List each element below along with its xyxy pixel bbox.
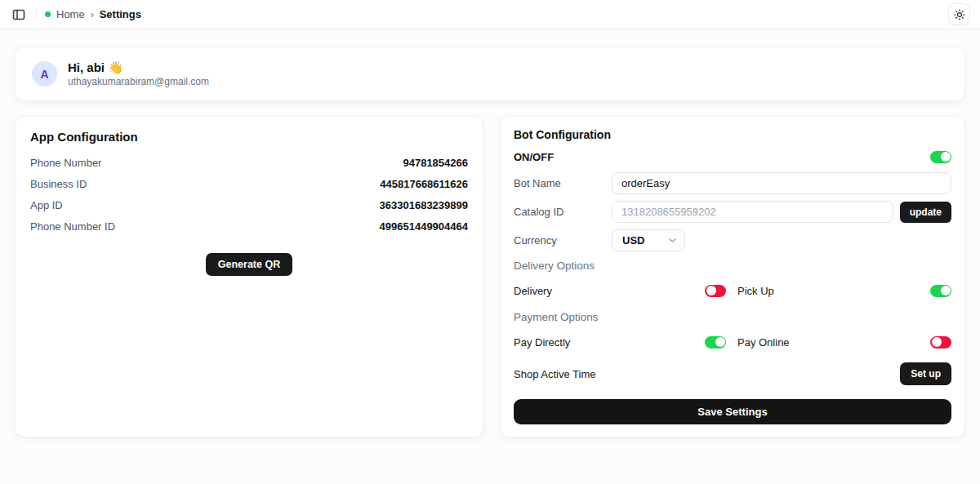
app-config-title: App Configuration	[30, 130, 468, 144]
catalog-id-label: Catalog ID	[514, 206, 612, 218]
delivery-toggle[interactable]	[705, 285, 726, 297]
breadcrumb: Home › Settings	[45, 8, 141, 20]
save-settings-button[interactable]: Save Settings	[514, 399, 951, 424]
avatar: A	[32, 61, 57, 87]
shop-active-time-setup-button[interactable]: Set up	[900, 362, 951, 385]
sidebar-toggle-icon[interactable]	[10, 6, 28, 24]
toggle-knob	[932, 337, 942, 347]
bot-name-label: Bot Name	[514, 177, 612, 189]
pay-online-toggle[interactable]	[930, 336, 951, 349]
catalog-id-row: Catalog ID update	[514, 201, 951, 223]
toggle-knob	[941, 286, 951, 295]
currency-label: Currency	[514, 234, 612, 246]
currency-value: USD	[622, 234, 668, 246]
currency-select[interactable]: USD	[612, 229, 685, 251]
field-label: Business ID	[30, 178, 87, 190]
currency-row: Currency USD	[514, 229, 951, 251]
greeting-title: Hi, abi 👋	[68, 60, 209, 75]
bot-config-title: Bot Configuration	[514, 128, 951, 141]
field-row-business-id: Business ID 445817668611626	[30, 173, 468, 194]
greeting-card: A Hi, abi 👋 uthayakumarabiram@gmail.com	[15, 47, 965, 101]
toggle-knob	[941, 152, 951, 162]
breadcrumb-current: Settings	[100, 8, 141, 20]
catalog-id-input[interactable]	[612, 201, 893, 223]
delivery-label: Delivery	[514, 285, 705, 297]
breadcrumb-separator-icon: ›	[91, 9, 94, 20]
onoff-row: ON/OFF	[514, 148, 951, 166]
pay-directly-toggle[interactable]	[705, 336, 726, 349]
sun-icon	[954, 9, 965, 20]
topbar-divider	[36, 8, 37, 21]
field-row-app-id: App ID 363301683239899	[30, 194, 468, 215]
status-dot-icon	[45, 11, 51, 17]
bot-configuration-card: Bot Configuration ON/OFF Bot Name Catalo…	[500, 116, 965, 437]
field-value: 445817668611626	[380, 178, 468, 190]
pickup-toggle[interactable]	[930, 285, 951, 297]
main-content: A Hi, abi 👋 uthayakumarabiram@gmail.com …	[0, 29, 980, 455]
shop-active-time-label: Shop Active Time	[514, 368, 705, 380]
delivery-options-heading: Delivery Options	[514, 260, 951, 272]
breadcrumb-home[interactable]: Home	[56, 8, 85, 20]
payment-options-heading: Payment Options	[514, 311, 951, 323]
pickup-label: Pick Up	[737, 285, 774, 297]
onoff-label: ON/OFF	[514, 151, 554, 163]
pay-directly-label: Pay Directly	[514, 336, 705, 349]
greeting-email: uthayakumarabiram@gmail.com	[68, 75, 209, 88]
shop-active-time-row: Shop Active Time Set up	[514, 362, 951, 385]
topbar: Home › Settings	[0, 0, 980, 29]
toggle-knob	[715, 337, 725, 347]
greeting-text: Hi, abi 👋 uthayakumarabiram@gmail.com	[68, 60, 209, 88]
bot-name-row: Bot Name	[514, 172, 951, 194]
field-row-phone-number-id: Phone Number ID 499651449904464	[30, 215, 468, 237]
field-label: Phone Number	[30, 157, 101, 169]
field-label: Phone Number ID	[30, 220, 115, 233]
payment-row: Pay Directly Pay Online	[514, 333, 951, 351]
generate-qr-button[interactable]: Generate QR	[206, 253, 292, 276]
bot-onoff-toggle[interactable]	[930, 151, 951, 163]
toggle-knob	[706, 286, 716, 295]
field-value: 94781854266	[403, 157, 468, 169]
bot-name-input[interactable]	[612, 172, 951, 194]
theme-toggle-button[interactable]	[948, 3, 970, 25]
delivery-row: Delivery Pick Up	[514, 282, 951, 300]
pay-online-label: Pay Online	[737, 336, 790, 349]
field-value: 499651449904464	[380, 220, 468, 233]
app-configuration-card: App Configuration Phone Number 947818542…	[15, 116, 483, 437]
field-label: App ID	[30, 199, 63, 211]
field-value: 363301683239899	[380, 199, 468, 211]
field-row-phone-number: Phone Number 94781854266	[30, 152, 468, 173]
catalog-update-button[interactable]: update	[900, 202, 951, 223]
chevron-down-icon	[668, 236, 677, 245]
